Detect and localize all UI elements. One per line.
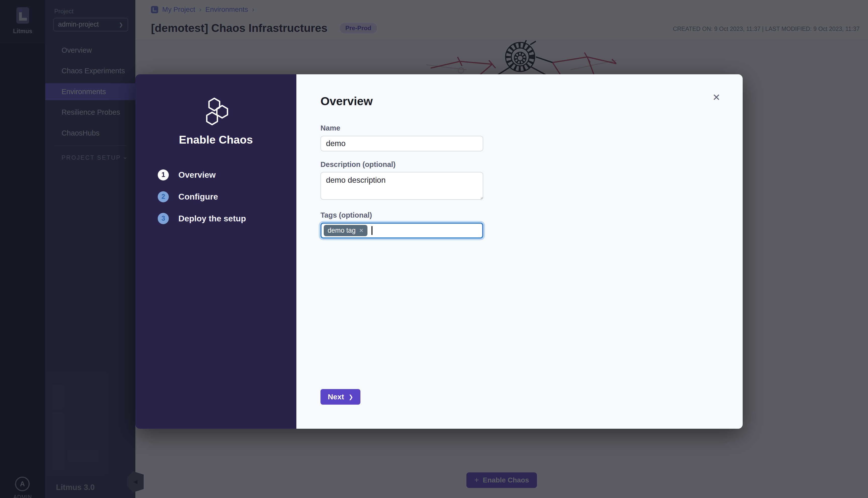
description-input[interactable]: demo description: [321, 172, 483, 200]
name-label: Name: [321, 124, 483, 132]
step-label: Configure: [178, 192, 218, 201]
wizard-step-deploy[interactable]: 3 Deploy the setup: [158, 213, 246, 224]
tag-chip-text: demo tag: [327, 227, 355, 234]
step-number-badge: 2: [158, 191, 169, 202]
remove-tag-icon[interactable]: ✕: [359, 227, 364, 234]
tags-input[interactable]: demo tag ✕: [321, 223, 483, 238]
description-label: Description (optional): [321, 160, 483, 169]
wizard-step-configure[interactable]: 2 Configure: [158, 191, 246, 202]
next-button-label: Next: [328, 393, 344, 401]
app-root: Litmus A ADMIN Project admin-project ❯ O…: [0, 0, 868, 498]
wizard-form-panel: Overview ✕ Name Description (optional) d…: [296, 74, 743, 429]
wizard-side-panel: Enable Chaos 1 Overview 2 Configure 3 De…: [135, 74, 296, 429]
chaos-hexagons-icon: [200, 97, 232, 128]
wizard-title: Enable Chaos: [135, 133, 296, 146]
chevron-right-icon: ❯: [349, 394, 353, 401]
overview-form: Name Description (optional) demo descrip…: [321, 124, 483, 238]
wizard-step-overview[interactable]: 1 Overview: [158, 169, 246, 181]
text-cursor: [372, 226, 373, 235]
enable-chaos-modal: Enable Chaos 1 Overview 2 Configure 3 De…: [135, 74, 743, 429]
modal-title: Overview: [321, 94, 373, 108]
next-button[interactable]: Next ❯: [321, 389, 360, 405]
step-number-badge: 3: [158, 213, 169, 224]
close-icon[interactable]: ✕: [712, 93, 720, 102]
name-input[interactable]: [321, 136, 483, 152]
step-label: Overview: [178, 170, 216, 180]
tags-label: Tags (optional): [321, 211, 483, 219]
tag-chip: demo tag ✕: [324, 225, 368, 236]
step-number-badge: 1: [158, 169, 169, 181]
wizard-steps: 1 Overview 2 Configure 3 Deploy the setu…: [158, 169, 246, 235]
step-label: Deploy the setup: [178, 214, 246, 223]
